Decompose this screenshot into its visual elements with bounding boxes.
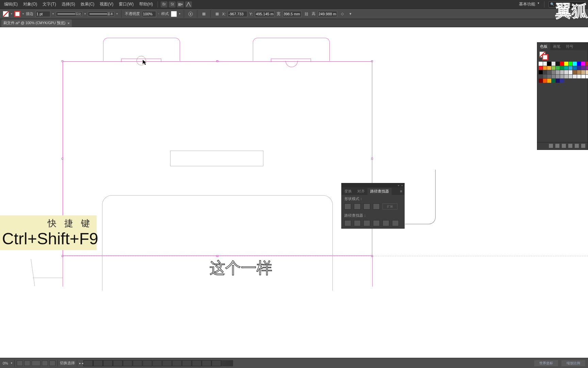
swatch[interactable] [577,62,581,66]
swatch[interactable] [547,62,551,66]
swatch[interactable] [543,75,547,79]
divide-button[interactable] [344,220,351,226]
swatch[interactable] [547,70,551,74]
swatch[interactable] [556,62,560,66]
swatch[interactable] [539,79,543,83]
swatch[interactable] [586,79,588,83]
fill-swatch[interactable] [3,11,9,17]
stroke-dash-dropdown[interactable]: 等比 [56,12,82,16]
y-input[interactable] [255,11,275,17]
panel-header[interactable]: «× [342,183,404,187]
selection-handle[interactable] [62,60,63,62]
transform-ref-icon[interactable]: ▦ [214,11,220,17]
nav-last-icon[interactable] [49,361,55,366]
swatch[interactable] [552,62,556,66]
menu-effect[interactable]: 效果(C) [79,0,97,8]
unite-button[interactable] [344,203,351,210]
swatch[interactable] [569,66,573,70]
swatch[interactable] [552,79,556,83]
thumb[interactable] [83,360,93,366]
menu-edit[interactable]: 编辑(E) [2,0,20,8]
swatch[interactable] [573,66,577,70]
thumb[interactable] [162,360,172,366]
thumb[interactable] [172,360,182,366]
swatch[interactable] [564,75,568,79]
swatch[interactable] [560,70,564,74]
arrange-icon[interactable]: ▦▾ [177,1,184,7]
swatch[interactable] [539,62,543,66]
align-icon[interactable]: ▦ [201,11,207,17]
thumb[interactable] [182,360,192,366]
document-tab[interactable]: 刷文件.ai* @ 100% (CMYK/GPU 预览) × [1,19,72,27]
swatch[interactable] [543,79,547,83]
tab-brushes[interactable]: 画笔 [550,43,563,50]
style-swatch[interactable] [171,11,177,17]
swatch[interactable] [556,66,560,70]
nav-first-icon[interactable] [17,361,23,366]
stroke-width-input[interactable] [35,11,50,17]
tab-swatches[interactable]: 色板 [537,43,550,50]
swatch[interactable] [539,70,543,74]
swatch[interactable] [573,70,577,74]
trim-button[interactable] [354,220,361,226]
swatch[interactable] [569,62,573,66]
stroke-swatch[interactable] [14,11,20,17]
intersect-button[interactable] [363,203,370,210]
swatch[interactable] [581,62,585,66]
w-input[interactable] [282,11,301,17]
menu-select[interactable]: 选择(S) [60,0,77,8]
recolor-icon[interactable] [187,11,194,17]
panel-menu-icon[interactable]: ≡ [398,189,404,193]
swatch[interactable] [577,79,581,83]
selection-handle[interactable] [216,60,218,62]
swatch[interactable] [564,79,568,83]
link-wh-icon[interactable]: ⛓ [304,11,310,17]
swatch[interactable] [547,79,551,83]
swatch[interactable] [564,66,568,70]
nav-prev-icon[interactable] [24,361,30,366]
swatch[interactable] [586,70,588,74]
bridge-icon[interactable]: Br [161,1,167,7]
swatch[interactable] [539,75,543,79]
close-icon[interactable]: × [67,21,69,25]
x-input[interactable] [228,11,247,17]
canvas[interactable]: 这个一样 快 捷 键 Ctrl+Shift+F9 [0,27,588,358]
minus-back-button[interactable] [392,220,399,226]
menu-view[interactable]: 视图(V) [98,0,115,8]
swatch[interactable] [586,62,588,66]
outline-button[interactable] [382,220,389,226]
swatch[interactable] [552,70,556,74]
more-icon[interactable]: ▾ [347,11,354,17]
swatch[interactable] [560,66,564,70]
tab-align[interactable]: 对齐 [355,188,368,195]
merge-button[interactable] [363,220,370,226]
swatch[interactable] [577,66,581,70]
swatches-panel[interactable]: 色板 画笔 符号 [537,42,588,150]
swatch[interactable] [556,75,560,79]
menu-window[interactable]: 窗口(W) [117,0,135,8]
scale-mode-button[interactable]: 缩放比例 [561,360,585,366]
swatch[interactable] [564,62,568,66]
zoom-level[interactable]: 0% [0,361,11,365]
swatch[interactable] [573,79,577,83]
menu-help[interactable]: 帮助(H) [137,0,155,8]
swatch[interactable] [560,79,564,83]
swatch[interactable] [547,75,551,79]
exclude-button[interactable] [373,203,380,210]
workspace-switcher[interactable]: 基本功能 [517,1,540,8]
swatch[interactable] [569,79,573,83]
library-icon[interactable] [549,144,553,148]
fill-stroke-indicator[interactable] [537,50,588,60]
swatch[interactable] [556,70,560,74]
expand-button[interactable]: 扩展 [382,203,397,210]
swatch[interactable] [543,62,547,66]
tab-pathfinder[interactable]: 路径查找器 [368,188,392,195]
options-icon[interactable] [562,144,566,148]
colorgroup-icon[interactable] [568,144,572,148]
shape-icon[interactable]: ◇ [339,11,345,17]
swatch[interactable] [586,66,588,70]
opacity-input[interactable] [142,11,156,17]
thumb[interactable] [113,360,122,366]
swatch[interactable] [569,70,573,74]
swatch[interactable] [577,75,581,79]
